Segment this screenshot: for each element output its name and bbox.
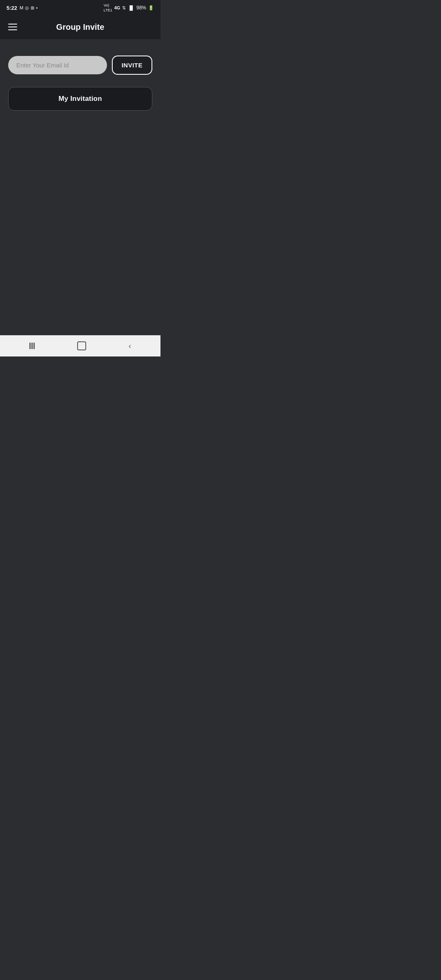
status-left: 5:22 M ◎ ⊞ • — [7, 5, 38, 11]
status-icons: M ◎ ⊞ • — [20, 5, 38, 11]
my-invitation-button[interactable]: My Invitation — [8, 87, 152, 111]
gmail-icon: M — [20, 5, 23, 10]
battery-icon: 🔋 — [148, 5, 154, 11]
recent-apps-icon — [29, 343, 35, 349]
nav-bar: Group Invite — [0, 15, 160, 39]
game-icon: ⊞ — [31, 5, 34, 11]
back-icon: ‹ — [129, 342, 131, 350]
email-input[interactable] — [8, 56, 107, 74]
home-icon — [77, 341, 86, 350]
bottom-nav-bar: ‹ — [0, 335, 160, 356]
hamburger-line-3 — [8, 29, 17, 30]
status-bar: 5:22 M ◎ ⊞ • Vo)LTE1 4G ⇅ ▐▌ 98% 🔋 — [0, 0, 160, 15]
page-title: Group Invite — [56, 22, 105, 32]
signal-bars-icon: ▐▌ — [128, 5, 134, 10]
data-arrows: ⇅ — [122, 5, 126, 11]
hamburger-line-1 — [8, 24, 17, 24]
invite-row: INVITE — [8, 56, 152, 75]
home-button[interactable] — [77, 341, 86, 350]
status-time: 5:22 — [7, 5, 17, 11]
network-label: Vo)LTE1 — [104, 3, 112, 13]
recent-apps-button[interactable] — [29, 343, 35, 349]
hamburger-menu-button[interactable] — [8, 24, 17, 30]
status-right: Vo)LTE1 4G ⇅ ▐▌ 98% 🔋 — [104, 3, 154, 13]
instagram-icon: ◎ — [25, 5, 29, 11]
back-button[interactable]: ‹ — [129, 342, 131, 350]
battery-percentage: 98% — [136, 5, 146, 11]
network-4g: 4G — [114, 5, 120, 10]
main-content: INVITE My Invitation — [0, 39, 160, 335]
invite-button[interactable]: INVITE — [112, 56, 152, 75]
hamburger-line-2 — [8, 27, 17, 27]
dot-icon: • — [36, 5, 38, 10]
